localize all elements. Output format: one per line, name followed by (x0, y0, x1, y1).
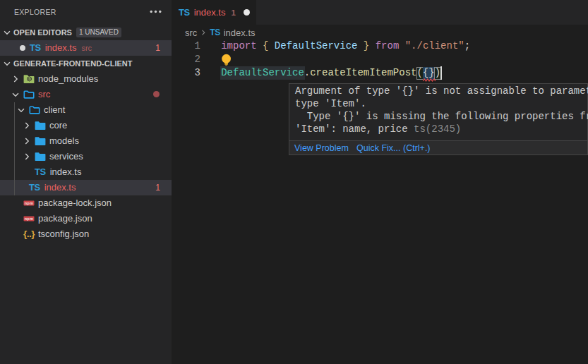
svg-text:npm: npm (25, 200, 34, 205)
svg-text:npm: npm (25, 216, 34, 220)
